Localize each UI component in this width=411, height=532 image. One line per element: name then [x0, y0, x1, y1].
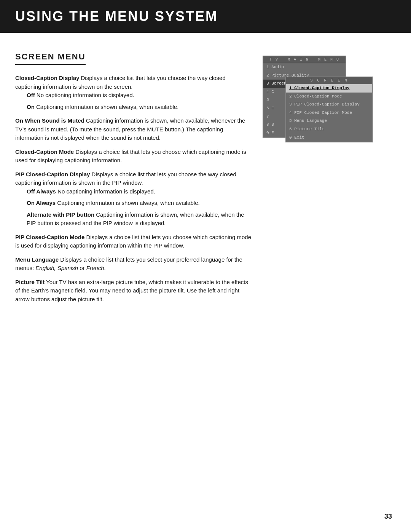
tv-screen-item-pip-closed-caption-mode: 4 PIP Closed-Caption Mode — [286, 109, 372, 117]
paragraph-closed-caption-mode: Closed-Caption Mode Displays a choice li… — [15, 148, 251, 165]
right-column: T V M A I N M E N U 1 Audio 2 Picture Qu… — [263, 52, 384, 309]
tv-screen-item-pip-closed-caption-display: 3 PIP Closed-Caption Display — [286, 101, 372, 109]
paragraph-menu-language: Menu Language Displays a choice list tha… — [15, 256, 251, 273]
page-number: 33 — [384, 513, 392, 521]
text-or: or — [78, 265, 86, 271]
sub-on-always: On Always Captioning information is show… — [27, 199, 251, 208]
text-languages: English, Spanish — [35, 265, 78, 271]
text-french: French — [86, 265, 104, 271]
tv-screen-item-picture-tilt: 6 Picture Tilt — [286, 125, 372, 134]
tv-screen-item-closed-caption-mode: 2 Closed-Caption Mode — [286, 93, 372, 101]
paragraph-pip-closed-caption-mode: PIP Closed-Caption Mode Displays a choic… — [15, 233, 251, 250]
paragraph-on-when-sound-muted: On When Sound is Muted Captioning inform… — [15, 117, 251, 142]
header-banner: USING THE MENU SYSTEM — [0, 0, 411, 33]
sub-off: Off No captioning information is display… — [27, 91, 251, 100]
term-menu-language: Menu Language — [15, 256, 59, 263]
tv-screen-menu: S C R E E N 1 Closed-Caption Display 2 C… — [285, 77, 373, 142]
main-content: SCREEN MENU Closed-Caption Display Displ… — [0, 33, 411, 324]
tv-menu-item-audio: 1 Audio — [263, 63, 346, 72]
tv-menu-container: T V M A I N M E N U 1 Audio 2 Picture Qu… — [263, 56, 369, 138]
sub-on: On Captioning information is shown alway… — [27, 103, 251, 112]
sub-off-always: Off Always No captioning information is … — [27, 187, 251, 196]
term-closed-caption-mode: Closed-Caption Mode — [15, 149, 74, 155]
tv-screen-item-closed-caption-display: 1 Closed-Caption Display — [286, 84, 372, 93]
term-picture-tilt: Picture Tilt — [15, 279, 45, 285]
paragraph-pip-closed-caption-display: PIP Closed-Caption Display Displays a ch… — [15, 170, 251, 228]
tv-screen-item-menu-language: 5 Menu Language — [286, 117, 372, 125]
page-title: USING THE MENU SYSTEM — [15, 8, 396, 24]
text-picture-tilt: Your TV has an extra-large picture tube,… — [15, 279, 248, 302]
term-pip-closed-caption-display: PIP Closed-Caption Display — [15, 171, 90, 177]
tv-main-menu-title: T V M A I N M E N U — [263, 56, 346, 63]
sub-alternate-pip: Alternate with PIP button Captioning inf… — [27, 211, 251, 228]
term-closed-caption-display: Closed-Caption Display — [15, 75, 79, 81]
term-pip-closed-caption-mode: PIP Closed-Caption Mode — [15, 234, 84, 240]
term-on-when-sound-muted: On When Sound is Muted — [15, 117, 84, 124]
tv-screen-menu-title: S C R E E N — [286, 77, 372, 84]
paragraph-closed-caption-display: Closed-Caption Display Displays a choice… — [15, 74, 251, 111]
paragraph-picture-tilt: Picture Tilt Your TV has an extra-large … — [15, 278, 251, 304]
tv-screen-item-exit: 0 Exit — [286, 134, 372, 142]
left-column: SCREEN MENU Closed-Caption Display Displ… — [15, 52, 251, 309]
section-heading: SCREEN MENU — [15, 52, 86, 65]
